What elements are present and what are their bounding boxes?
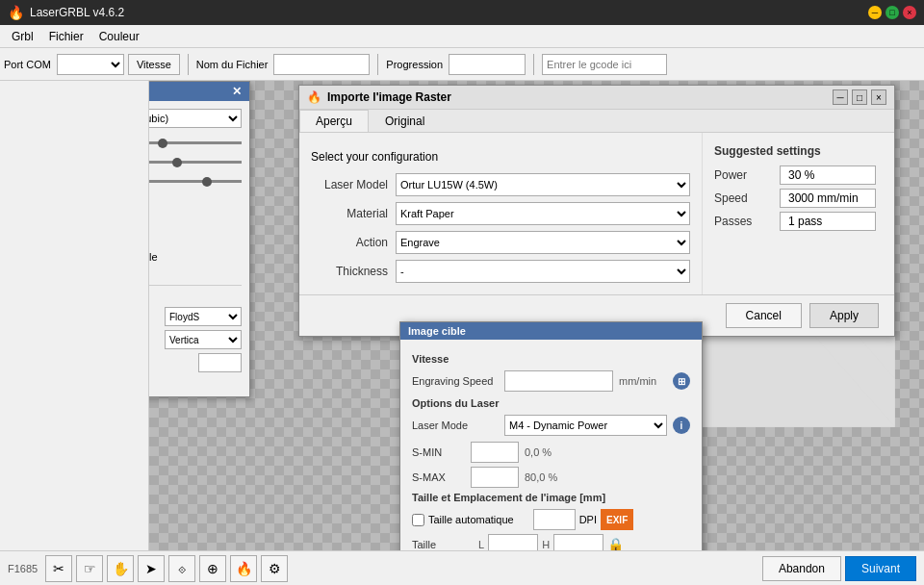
apply-button[interactable]: Apply <box>809 303 879 328</box>
engraving-speed-row: Engraving Speed 3000 mm/min ⊞ <box>412 370 690 392</box>
contraste-row: Contraste <box>149 153 242 166</box>
laser-mode-label: Laser Mode <box>412 420 499 431</box>
types-title: Types de conversion <box>149 191 242 203</box>
thickness-label: Thickness <box>311 265 388 278</box>
direction-select[interactable]: Vertica <box>165 330 242 349</box>
tool-arrow-button[interactable]: ➤ <box>138 555 165 582</box>
port-select[interactable] <box>57 54 124 75</box>
maximize-button[interactable]: □ <box>886 6 899 19</box>
smax-row: S-MAX 800 80,0 % <box>412 467 690 488</box>
taille-l-input[interactable]: 220,0 <box>488 534 538 550</box>
radio-trace[interactable]: Tracé Ligne par Ligne <box>149 207 242 219</box>
radio-vect-ligne[interactable]: Vectorisation Ligne Controle <box>149 250 242 263</box>
laser-mode-select[interactable]: M4 - Dynamic Power <box>504 415 667 436</box>
suggested-title: Suggested settings <box>714 144 883 158</box>
params-dialog-title: Paramètres ✕ <box>149 82 249 101</box>
app-logo: 🔥 <box>8 5 24 20</box>
material-select[interactable]: Kraft Paper <box>396 202 690 225</box>
redimens-select[interactable]: Lisse (HQ Bicubic) <box>149 109 242 128</box>
taille-label: Taille <box>412 539 475 550</box>
point-blanc-slider[interactable] <box>149 180 242 183</box>
import-minimize-button[interactable]: ─ <box>833 89 848 105</box>
import-dialog: 🔥 Importe l'image Raster ─ □ × Aperçu Or… <box>298 85 895 337</box>
contraste-slider[interactable] <box>149 161 242 164</box>
tool-pointer-button[interactable]: ☞ <box>76 555 103 582</box>
import-tabs: Aperçu Original <box>299 110 894 133</box>
tool-shape-button[interactable]: ⟐ <box>168 555 195 582</box>
material-label: Material <box>311 207 388 220</box>
tool-laser-button[interactable]: 🔥 <box>230 555 257 582</box>
tool-settings-button[interactable]: ⚙ <box>261 555 288 582</box>
radio-pass[interactable]: Passthrough <box>149 265 242 277</box>
laser-mode-info[interactable]: i <box>673 417 690 434</box>
lock-icon[interactable]: 🔒 <box>607 537 624 550</box>
apercu-row[interactable]: Aperçu des lignes <box>149 376 242 389</box>
tool-cut-button[interactable]: ✂ <box>45 555 72 582</box>
smax-pct: 80,0 % <box>525 471 557 483</box>
progression-label: Progression <box>386 59 443 70</box>
cancel-button[interactable]: Cancel <box>726 303 802 328</box>
smin-input[interactable]: 0 <box>471 442 519 463</box>
contraste-slider-container <box>149 153 242 166</box>
qualite-input[interactable]: 10,000 <box>198 353 242 372</box>
tab-original[interactable]: Original <box>369 110 441 132</box>
taille-h-input[interactable]: 220,0 <box>553 534 603 550</box>
progression-input[interactable] <box>449 54 526 75</box>
tool-zoom-button[interactable]: ⊕ <box>199 555 226 582</box>
close-button[interactable]: × <box>903 6 916 19</box>
params-close-button[interactable]: ✕ <box>232 85 242 98</box>
power-value: 30 % <box>780 165 876 185</box>
config-row: Select your configuration <box>311 144 690 169</box>
suivant-button[interactable]: Suivant <box>845 556 916 581</box>
luminosite-slider[interactable] <box>149 141 242 144</box>
smax-input[interactable]: 800 <box>471 467 519 488</box>
import-form-area: Select your configuration Laser Model Or… <box>299 133 702 294</box>
radio-vect[interactable]: Vectorisation <box>149 236 242 248</box>
import-close-button[interactable]: × <box>871 89 886 105</box>
vitesse-button[interactable]: Vitesse <box>128 54 180 75</box>
abandon-button[interactable]: Abandon <box>762 556 841 581</box>
main-area: Paramètres ✕ Redimens. Lisse (HQ Bicubic… <box>149 81 924 550</box>
speed-label: Speed <box>714 191 772 205</box>
nom-fichier-input[interactable] <box>273 54 370 75</box>
engraving-speed-input[interactable]: 3000 <box>504 370 613 392</box>
tab-apercu[interactable]: Aperçu <box>299 110 369 132</box>
vitesse-section-header: Vitesse <box>412 353 690 365</box>
bottom-tools: F1685 ✂ ☞ ✋ ➤ ⟐ ⊕ 🔥 ⚙ <box>8 555 288 582</box>
separator-2 <box>377 54 378 75</box>
title-bar: 🔥 LaserGRBL v4.6.2 ─ □ × <box>0 0 924 25</box>
luminosite-slider-container <box>149 134 242 147</box>
laser-model-select[interactable]: Ortur LU15W (4.5W) <box>396 173 690 196</box>
thickness-select[interactable]: - <box>396 260 690 283</box>
menu-grbl[interactable]: Grbl <box>4 28 41 45</box>
window-controls: ─ □ × <box>868 6 916 19</box>
passes-label: Passes <box>714 215 772 228</box>
taille-row: Taille L 220,0 H 220,0 🔒 <box>412 534 690 550</box>
types-section: Types de conversion Tracé Ligne par Lign… <box>149 191 242 277</box>
params-dialog: Paramètres ✕ Redimens. Lisse (HQ Bicubic… <box>149 81 250 397</box>
gcode-input[interactable] <box>542 54 667 75</box>
tool-hand-button[interactable]: ✋ <box>107 555 134 582</box>
dpi-label: DPI <box>579 514 597 525</box>
laser-section-header: Options du Laser <box>412 397 690 409</box>
dpi-input[interactable]: 300 <box>533 509 576 530</box>
toolbar: Port COM Vitesse Nom du Fichier Progress… <box>0 48 924 81</box>
exif-button[interactable]: EXIF <box>601 509 633 530</box>
engraving-speed-label: Engraving Speed <box>412 375 499 387</box>
dithering-title: Dithering Options <box>149 292 242 303</box>
speed-value: 3000 mm/min <box>780 189 876 208</box>
f-label: F1685 <box>8 563 38 574</box>
pointillisme-select[interactable]: FloydS <box>165 307 242 326</box>
taille-auto-checkbox[interactable] <box>412 514 424 526</box>
import-fields: Laser Model Ortur LU15W (4.5W) Material … <box>311 173 690 283</box>
menu-couleur[interactable]: Couleur <box>91 28 147 45</box>
minimize-button[interactable]: ─ <box>868 6 882 19</box>
engraving-speed-info[interactable]: ⊞ <box>673 372 690 390</box>
nom-fichier-label: Nom du Fichier <box>196 59 269 70</box>
radio-1bit[interactable]: 1bit NB Pointillisme <box>149 221 242 234</box>
image-dialog-body: Vitesse Engraving Speed 3000 mm/min ⊞ Op… <box>400 340 702 550</box>
action-select[interactable]: Engrave <box>396 231 690 254</box>
menu-fichier[interactable]: Fichier <box>41 28 91 45</box>
import-maximize-button[interactable]: □ <box>852 89 867 105</box>
pointillisme-row: Pointillisme FloydS <box>149 307 242 326</box>
